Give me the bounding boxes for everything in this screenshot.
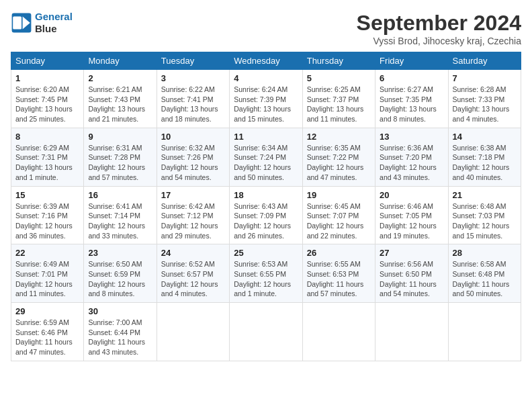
page-header: General Blue September 2024 Vyssi Brod, … bbox=[11, 11, 521, 46]
day-21: 21 Sunrise: 6:48 AMSunset: 7:03 PMDaylig… bbox=[448, 186, 521, 244]
day-22: 22 Sunrise: 6:49 AMSunset: 7:01 PMDaylig… bbox=[11, 244, 84, 303]
day-29: 29 Sunrise: 6:59 AMSunset: 6:46 PMDaylig… bbox=[11, 303, 84, 361]
day-7: 7 Sunrise: 6:28 AMSunset: 7:33 PMDayligh… bbox=[448, 70, 521, 128]
day-5: 5 Sunrise: 6:25 AMSunset: 7:37 PMDayligh… bbox=[302, 70, 375, 128]
day-27: 27 Sunrise: 6:56 AMSunset: 6:50 PMDaylig… bbox=[375, 244, 448, 303]
header-saturday: Saturday bbox=[448, 52, 521, 70]
logo-icon bbox=[11, 12, 32, 34]
day-12: 12 Sunrise: 6:35 AMSunset: 7:22 PMDaylig… bbox=[302, 128, 375, 186]
weekday-header-row: Sunday Monday Tuesday Wednesday Thursday… bbox=[11, 52, 521, 70]
empty-cell bbox=[157, 303, 229, 361]
month-title: September 2024 bbox=[357, 11, 521, 36]
day-15: 15 Sunrise: 6:39 AMSunset: 7:16 PMDaylig… bbox=[11, 186, 84, 244]
header-sunday: Sunday bbox=[11, 52, 84, 70]
header-friday: Friday bbox=[375, 52, 448, 70]
logo: General Blue bbox=[11, 11, 73, 35]
day-20: 20 Sunrise: 6:46 AMSunset: 7:05 PMDaylig… bbox=[375, 186, 448, 244]
day-19: 19 Sunrise: 6:45 AMSunset: 7:07 PMDaylig… bbox=[302, 186, 375, 244]
day-1: 1 Sunrise: 6:20 AMSunset: 7:45 PMDayligh… bbox=[11, 70, 84, 128]
day-2: 2 Sunrise: 6:21 AMSunset: 7:43 PMDayligh… bbox=[84, 70, 157, 128]
day-16: 16 Sunrise: 6:41 AMSunset: 7:14 PMDaylig… bbox=[84, 186, 157, 244]
week-row-1: 1 Sunrise: 6:20 AMSunset: 7:45 PMDayligh… bbox=[11, 70, 521, 128]
day-11: 11 Sunrise: 6:34 AMSunset: 7:24 PMDaylig… bbox=[230, 128, 302, 186]
day-8: 8 Sunrise: 6:29 AMSunset: 7:31 PMDayligh… bbox=[11, 128, 84, 186]
svg-rect-2 bbox=[13, 16, 21, 29]
header-wednesday: Wednesday bbox=[230, 52, 302, 70]
day-30: 30 Sunrise: 7:00 AMSunset: 6:44 PMDaylig… bbox=[84, 303, 157, 361]
day-13: 13 Sunrise: 6:36 AMSunset: 7:20 PMDaylig… bbox=[375, 128, 448, 186]
empty-cell bbox=[375, 303, 448, 361]
week-row-3: 15 Sunrise: 6:39 AMSunset: 7:16 PMDaylig… bbox=[11, 186, 521, 244]
day-26: 26 Sunrise: 6:55 AMSunset: 6:53 PMDaylig… bbox=[302, 244, 375, 303]
empty-cell bbox=[302, 303, 375, 361]
empty-cell bbox=[230, 303, 302, 361]
day-23: 23 Sunrise: 6:50 AMSunset: 6:59 PMDaylig… bbox=[84, 244, 157, 303]
day-9: 9 Sunrise: 6:31 AMSunset: 7:28 PMDayligh… bbox=[84, 128, 157, 186]
header-tuesday: Tuesday bbox=[157, 52, 229, 70]
week-row-2: 8 Sunrise: 6:29 AMSunset: 7:31 PMDayligh… bbox=[11, 128, 521, 186]
day-14: 14 Sunrise: 6:38 AMSunset: 7:18 PMDaylig… bbox=[448, 128, 521, 186]
logo-text: General Blue bbox=[35, 11, 73, 35]
header-thursday: Thursday bbox=[302, 52, 375, 70]
day-28: 28 Sunrise: 6:58 AMSunset: 6:48 PMDaylig… bbox=[448, 244, 521, 303]
calendar-table: Sunday Monday Tuesday Wednesday Thursday… bbox=[11, 52, 521, 361]
week-row-5: 29 Sunrise: 6:59 AMSunset: 6:46 PMDaylig… bbox=[11, 303, 521, 361]
day-4: 4 Sunrise: 6:24 AMSunset: 7:39 PMDayligh… bbox=[230, 70, 302, 128]
header-monday: Monday bbox=[84, 52, 157, 70]
logo-line2: Blue bbox=[35, 23, 73, 35]
day-6: 6 Sunrise: 6:27 AMSunset: 7:35 PMDayligh… bbox=[375, 70, 448, 128]
day-3: 3 Sunrise: 6:22 AMSunset: 7:41 PMDayligh… bbox=[157, 70, 229, 128]
day-24: 24 Sunrise: 6:52 AMSunset: 6:57 PMDaylig… bbox=[157, 244, 229, 303]
day-18: 18 Sunrise: 6:43 AMSunset: 7:09 PMDaylig… bbox=[230, 186, 302, 244]
week-row-4: 22 Sunrise: 6:49 AMSunset: 7:01 PMDaylig… bbox=[11, 244, 521, 303]
day-10: 10 Sunrise: 6:32 AMSunset: 7:26 PMDaylig… bbox=[157, 128, 229, 186]
day-25: 25 Sunrise: 6:53 AMSunset: 6:55 PMDaylig… bbox=[230, 244, 302, 303]
logo-line1: General bbox=[35, 11, 73, 22]
empty-cell bbox=[448, 303, 521, 361]
location-subtitle: Vyssi Brod, Jihocesky kraj, Czechia bbox=[357, 36, 521, 46]
title-block: September 2024 Vyssi Brod, Jihocesky kra… bbox=[357, 11, 521, 46]
day-17: 17 Sunrise: 6:42 AMSunset: 7:12 PMDaylig… bbox=[157, 186, 229, 244]
